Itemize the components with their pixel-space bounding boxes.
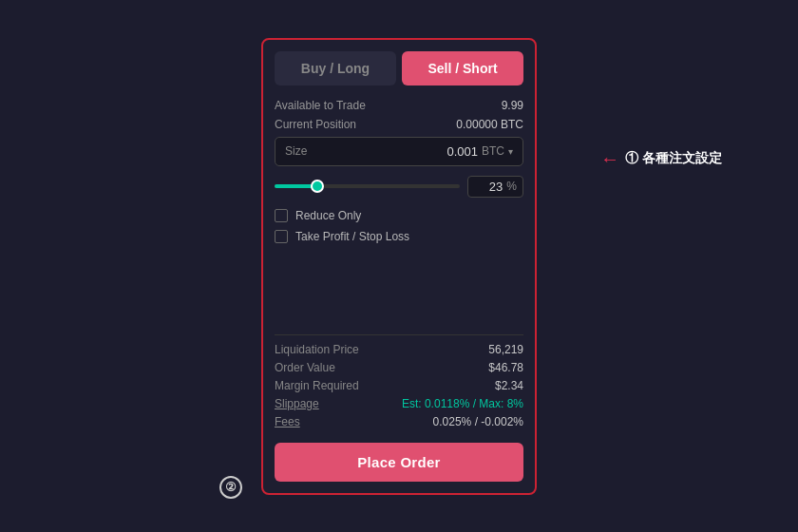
liquidation-row: Liquidation Price 56,219 — [275, 343, 523, 356]
main-container: Buy / Long Sell / Short Available to Tra… — [0, 0, 798, 532]
order-info: Liquidation Price 56,219 Order Value $46… — [275, 343, 523, 428]
margin-row: Margin Required $2.34 — [275, 379, 523, 392]
empty-space — [275, 251, 523, 327]
margin-label: Margin Required — [275, 379, 359, 392]
size-value: 0.001 — [446, 144, 478, 159]
take-profit-checkbox[interactable] — [275, 230, 288, 243]
tab-bar: Buy / Long Sell / Short — [275, 51, 523, 86]
place-order-button[interactable]: Place Order — [275, 443, 523, 482]
size-field[interactable]: Size 0.001 BTC ▾ — [275, 137, 523, 166]
chevron-down-icon: ▾ — [508, 146, 513, 157]
reduce-only-row[interactable]: Reduce Only — [275, 209, 523, 222]
annotation-1-label: ① 各種注文設定 — [625, 150, 722, 167]
available-value: 9.99 — [502, 99, 523, 112]
size-label: Size — [285, 144, 307, 158]
panel-wrapper: Buy / Long Sell / Short Available to Tra… — [261, 38, 537, 495]
current-position-row: Current Position 0.00000 BTC — [275, 118, 523, 131]
slider-thumb[interactable] — [311, 180, 324, 193]
fees-row: Fees 0.025% / -0.002% — [275, 415, 523, 428]
position-label: Current Position — [275, 118, 356, 131]
trading-panel: Buy / Long Sell / Short Available to Tra… — [261, 38, 537, 495]
reduce-only-checkbox[interactable] — [275, 209, 288, 222]
slippage-row: Slippage Est: 0.0118% / Max: 8% — [275, 397, 523, 410]
fees-value: 0.025% / -0.002% — [433, 415, 523, 428]
buy-long-tab[interactable]: Buy / Long — [275, 51, 396, 86]
size-unit: BTC — [482, 144, 504, 158]
fees-label[interactable]: Fees — [275, 415, 300, 428]
sell-short-tab[interactable]: Sell / Short — [402, 51, 523, 86]
slippage-label[interactable]: Slippage — [275, 397, 319, 410]
reduce-only-label: Reduce Only — [295, 209, 361, 222]
percent-input-group[interactable]: % — [467, 176, 523, 198]
annotation-arrow-icon: ← — [600, 148, 619, 170]
liquidation-label: Liquidation Price — [275, 343, 359, 356]
slippage-value: Est: 0.0118% / Max: 8% — [402, 397, 523, 410]
divider — [275, 334, 523, 335]
percent-input[interactable] — [474, 180, 503, 194]
take-profit-row[interactable]: Take Profit / Stop Loss — [275, 230, 523, 243]
order-value-label: Order Value — [275, 361, 335, 374]
annotation-2-badge: ② — [219, 476, 242, 499]
margin-value: $2.34 — [495, 379, 523, 392]
order-value: $46.78 — [488, 361, 523, 374]
liquidation-value: 56,219 — [488, 343, 523, 356]
annotation-2: ② — [219, 476, 242, 499]
available-to-trade-row: Available to Trade 9.99 — [275, 99, 523, 112]
percent-sign: % — [506, 180, 517, 193]
size-value-group: 0.001 BTC ▾ — [446, 144, 513, 159]
annotation-1: ← ① 各種注文設定 — [600, 148, 722, 170]
order-value-row: Order Value $46.78 — [275, 361, 523, 374]
take-profit-label: Take Profit / Stop Loss — [295, 230, 409, 243]
available-label: Available to Trade — [275, 99, 366, 112]
slider-track[interactable] — [275, 184, 460, 188]
position-value: 0.00000 BTC — [456, 118, 523, 131]
slider-row: % — [275, 176, 523, 198]
